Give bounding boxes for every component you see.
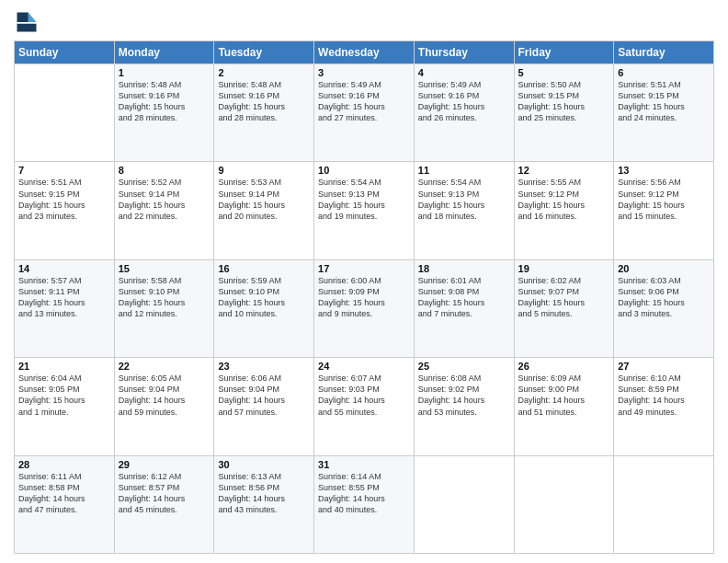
day-header-monday: Monday (114, 41, 214, 64)
calendar-cell: 27Sunrise: 6:10 AM Sunset: 8:59 PM Dayli… (614, 358, 714, 455)
day-number: 10 (318, 165, 410, 176)
calendar-cell: 10Sunrise: 5:54 AM Sunset: 9:13 PM Dayli… (314, 162, 415, 259)
day-info: Sunrise: 5:51 AM Sunset: 9:15 PM Dayligh… (18, 177, 110, 222)
day-info: Sunrise: 6:14 AM Sunset: 8:55 PM Dayligh… (318, 471, 410, 516)
calendar-cell (15, 64, 115, 162)
calendar-cell: 8Sunrise: 5:52 AM Sunset: 9:14 PM Daylig… (114, 162, 214, 259)
calendar-cell: 2Sunrise: 5:48 AM Sunset: 9:16 PM Daylig… (214, 64, 314, 162)
calendar-cell: 23Sunrise: 6:06 AM Sunset: 9:04 PM Dayli… (214, 358, 314, 455)
day-info: Sunrise: 6:11 AM Sunset: 8:58 PM Dayligh… (18, 471, 110, 516)
calendar-cell: 31Sunrise: 6:14 AM Sunset: 8:55 PM Dayli… (314, 455, 415, 553)
day-info: Sunrise: 5:56 AM Sunset: 9:12 PM Dayligh… (618, 177, 710, 222)
day-number: 15 (119, 263, 210, 274)
day-info: Sunrise: 5:58 AM Sunset: 9:10 PM Dayligh… (119, 275, 210, 320)
day-number: 19 (518, 263, 610, 274)
calendar-cell: 4Sunrise: 5:49 AM Sunset: 9:16 PM Daylig… (414, 64, 514, 162)
day-number: 21 (18, 361, 110, 372)
day-info: Sunrise: 6:00 AM Sunset: 9:09 PM Dayligh… (318, 275, 410, 320)
logo (14, 9, 43, 35)
day-number: 20 (618, 263, 710, 274)
day-number: 16 (218, 263, 310, 274)
calendar-cell: 30Sunrise: 6:13 AM Sunset: 8:56 PM Dayli… (214, 455, 314, 553)
svg-rect-3 (17, 24, 37, 32)
day-number: 3 (318, 67, 410, 78)
day-number: 31 (318, 459, 410, 470)
day-info: Sunrise: 6:05 AM Sunset: 9:04 PM Dayligh… (119, 373, 210, 418)
day-info: Sunrise: 5:59 AM Sunset: 9:10 PM Dayligh… (218, 275, 310, 320)
calendar-cell: 19Sunrise: 6:02 AM Sunset: 9:07 PM Dayli… (514, 259, 614, 357)
day-info: Sunrise: 5:55 AM Sunset: 9:12 PM Dayligh… (518, 177, 610, 222)
page: SundayMondayTuesdayWednesdayThursdayFrid… (0, 0, 728, 563)
day-number: 22 (119, 361, 210, 372)
day-number: 25 (418, 361, 510, 372)
day-number: 6 (618, 67, 710, 78)
day-info: Sunrise: 5:53 AM Sunset: 9:14 PM Dayligh… (218, 177, 310, 222)
day-number: 28 (18, 459, 110, 470)
day-number: 23 (218, 361, 310, 372)
header (14, 9, 714, 35)
calendar-cell: 1Sunrise: 5:48 AM Sunset: 9:16 PM Daylig… (114, 64, 214, 162)
day-number: 17 (318, 263, 410, 274)
day-header-tuesday: Tuesday (214, 41, 314, 64)
calendar-week-3: 14Sunrise: 5:57 AM Sunset: 9:11 PM Dayli… (15, 259, 714, 357)
day-number: 5 (518, 67, 610, 78)
day-number: 27 (618, 361, 710, 372)
calendar-cell: 29Sunrise: 6:12 AM Sunset: 8:57 PM Dayli… (114, 455, 214, 553)
day-header-sunday: Sunday (15, 41, 115, 64)
day-info: Sunrise: 5:52 AM Sunset: 9:14 PM Dayligh… (119, 177, 210, 222)
calendar-cell: 3Sunrise: 5:49 AM Sunset: 9:16 PM Daylig… (314, 64, 415, 162)
calendar-cell: 15Sunrise: 5:58 AM Sunset: 9:10 PM Dayli… (114, 259, 214, 357)
day-number: 2 (218, 67, 310, 78)
day-info: Sunrise: 6:10 AM Sunset: 8:59 PM Dayligh… (618, 373, 710, 418)
day-header-thursday: Thursday (414, 41, 514, 64)
calendar-week-4: 21Sunrise: 6:04 AM Sunset: 9:05 PM Dayli… (15, 358, 714, 455)
day-info: Sunrise: 5:57 AM Sunset: 9:11 PM Dayligh… (18, 275, 110, 320)
calendar-cell (614, 455, 714, 553)
calendar-cell (514, 455, 614, 553)
day-info: Sunrise: 5:50 AM Sunset: 9:15 PM Dayligh… (518, 79, 610, 124)
calendar-cell: 9Sunrise: 5:53 AM Sunset: 9:14 PM Daylig… (214, 162, 314, 259)
calendar-cell: 25Sunrise: 6:08 AM Sunset: 9:02 PM Dayli… (414, 358, 514, 455)
day-info: Sunrise: 6:08 AM Sunset: 9:02 PM Dayligh… (418, 373, 510, 418)
calendar-cell: 5Sunrise: 5:50 AM Sunset: 9:15 PM Daylig… (514, 64, 614, 162)
day-info: Sunrise: 6:09 AM Sunset: 9:00 PM Dayligh… (518, 373, 610, 418)
day-number: 26 (518, 361, 610, 372)
day-info: Sunrise: 5:49 AM Sunset: 9:16 PM Dayligh… (418, 79, 510, 124)
calendar-week-1: 1Sunrise: 5:48 AM Sunset: 9:16 PM Daylig… (15, 64, 714, 162)
day-info: Sunrise: 6:02 AM Sunset: 9:07 PM Dayligh… (518, 275, 610, 320)
calendar-cell: 20Sunrise: 6:03 AM Sunset: 9:06 PM Dayli… (614, 259, 714, 357)
day-header-wednesday: Wednesday (314, 41, 415, 64)
day-number: 9 (218, 165, 310, 176)
day-header-friday: Friday (514, 41, 614, 64)
day-number: 18 (418, 263, 510, 274)
calendar-cell: 26Sunrise: 6:09 AM Sunset: 9:00 PM Dayli… (514, 358, 614, 455)
day-number: 24 (318, 361, 410, 372)
day-info: Sunrise: 5:49 AM Sunset: 9:16 PM Dayligh… (318, 79, 410, 124)
day-info: Sunrise: 6:07 AM Sunset: 9:03 PM Dayligh… (318, 373, 410, 418)
calendar-cell: 18Sunrise: 6:01 AM Sunset: 9:08 PM Dayli… (414, 259, 514, 357)
day-number: 1 (119, 67, 210, 78)
day-number: 12 (518, 165, 610, 176)
calendar-cell: 28Sunrise: 6:11 AM Sunset: 8:58 PM Dayli… (15, 455, 115, 553)
calendar-cell: 24Sunrise: 6:07 AM Sunset: 9:03 PM Dayli… (314, 358, 415, 455)
calendar-cell: 12Sunrise: 5:55 AM Sunset: 9:12 PM Dayli… (514, 162, 614, 259)
day-info: Sunrise: 5:48 AM Sunset: 9:16 PM Dayligh… (119, 79, 210, 124)
day-number: 7 (18, 165, 110, 176)
day-number: 4 (418, 67, 510, 78)
calendar-cell: 7Sunrise: 5:51 AM Sunset: 9:15 PM Daylig… (15, 162, 115, 259)
calendar-cell: 21Sunrise: 6:04 AM Sunset: 9:05 PM Dayli… (15, 358, 115, 455)
calendar-cell: 17Sunrise: 6:00 AM Sunset: 9:09 PM Dayli… (314, 259, 415, 357)
day-info: Sunrise: 5:48 AM Sunset: 9:16 PM Dayligh… (218, 79, 310, 124)
day-info: Sunrise: 5:51 AM Sunset: 9:15 PM Dayligh… (618, 79, 710, 124)
day-info: Sunrise: 6:13 AM Sunset: 8:56 PM Dayligh… (218, 471, 310, 516)
day-number: 29 (119, 459, 210, 470)
calendar-table: SundayMondayTuesdayWednesdayThursdayFrid… (14, 40, 714, 554)
day-info: Sunrise: 5:54 AM Sunset: 9:13 PM Dayligh… (318, 177, 410, 222)
calendar-cell: 22Sunrise: 6:05 AM Sunset: 9:04 PM Dayli… (114, 358, 214, 455)
day-info: Sunrise: 6:01 AM Sunset: 9:08 PM Dayligh… (418, 275, 510, 320)
calendar-week-2: 7Sunrise: 5:51 AM Sunset: 9:15 PM Daylig… (15, 162, 714, 259)
calendar-cell (414, 455, 514, 553)
day-number: 30 (218, 459, 310, 470)
day-info: Sunrise: 5:54 AM Sunset: 9:13 PM Dayligh… (418, 177, 510, 222)
calendar-cell: 11Sunrise: 5:54 AM Sunset: 9:13 PM Dayli… (414, 162, 514, 259)
